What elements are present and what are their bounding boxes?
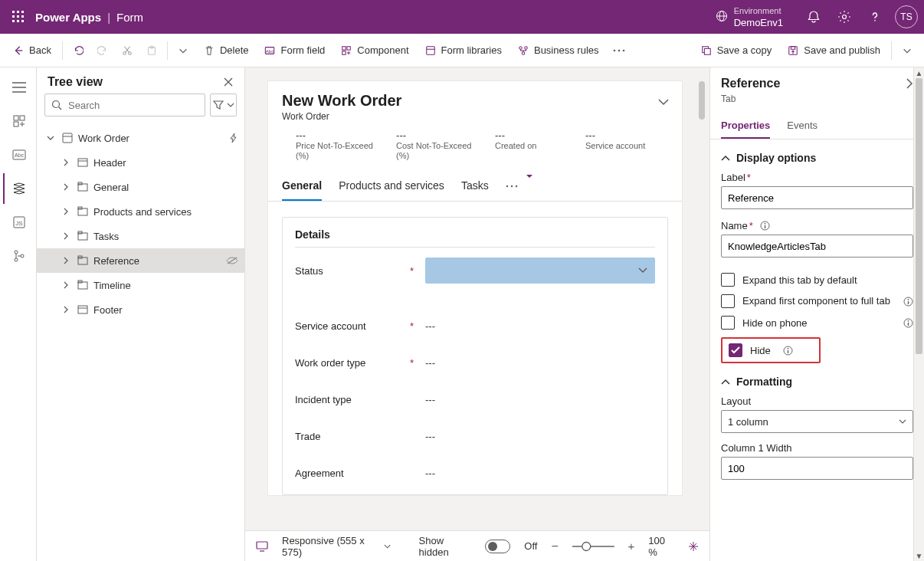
info-icon[interactable] [903,297,913,307]
field-trade[interactable]: Trade--- [295,418,655,454]
delete-button[interactable]: Delete [195,34,257,67]
svg-rect-5 [21,15,24,18]
component-button[interactable]: Component [333,34,416,67]
field-agreement[interactable]: Agreement--- [295,454,655,491]
search-input[interactable] [44,94,205,116]
status-dropdown[interactable] [425,258,655,284]
form-tab-general[interactable]: General [282,172,322,201]
section-details[interactable]: Details Status*Service account*---Work o… [282,217,668,495]
save-publish-chevron[interactable] [895,34,919,67]
layout-select[interactable]: 1 column [721,410,913,433]
rail-js-icon[interactable]: JS [3,207,34,238]
cut-button[interactable] [115,34,139,67]
tree-item-tasks[interactable]: Tasks [37,224,244,248]
info-icon[interactable] [903,318,913,328]
tab-properties[interactable]: Properties [721,113,770,139]
canvas-scrollbar[interactable] [699,81,705,120]
chevron-down-button[interactable] [171,34,195,67]
svg-rect-40 [14,122,18,126]
svg-point-27 [522,51,525,54]
fit-icon[interactable] [688,541,699,552]
overflow-button[interactable] [607,34,631,67]
field-incident-type[interactable]: Incident type--- [295,381,655,418]
tree-item-header[interactable]: Header [37,150,244,175]
chevron-down-icon[interactable] [384,544,391,549]
svg-rect-52 [78,159,87,166]
svg-rect-3 [12,15,15,18]
rail-tree-icon[interactable] [3,173,34,204]
hide-phone-checkbox[interactable]: Hide on phone [721,316,913,330]
environment-picker[interactable]: Environment DemoEnv1 [716,5,783,28]
hide-checkbox[interactable]: Hide [729,343,813,357]
props-type: Tab [721,94,913,104]
form-field-button[interactable]: AbcForm field [256,34,333,67]
zoom-slider[interactable] [572,540,614,553]
expand-default-checkbox[interactable]: Expand this tab by default [721,273,913,287]
svg-point-73 [582,542,591,550]
tree-item-reference[interactable]: Reference [37,248,244,273]
tree-item-footer[interactable]: Footer [37,297,244,322]
header-chevron-icon[interactable] [657,98,670,106]
zoom-value: 100 % [648,535,674,558]
user-avatar[interactable]: TS [895,5,918,28]
paste-button[interactable] [139,34,164,67]
info-icon[interactable] [760,221,770,231]
zoom-out-button[interactable]: − [551,540,558,553]
zoom-in-button[interactable]: + [628,540,635,553]
svg-point-28 [613,49,615,51]
notifications-icon[interactable] [798,2,829,32]
tree-item-general[interactable]: General [37,175,244,199]
form-tabs: GeneralProducts and servicesTasks [268,172,682,202]
svg-point-67 [506,185,507,187]
redo-button[interactable] [90,34,115,67]
form-libraries-button[interactable]: Form libraries [417,34,510,67]
info-icon[interactable] [783,346,793,356]
nav-rail: Abc JS [0,67,37,561]
app-launcher-icon[interactable] [6,5,31,29]
col-width-input[interactable] [721,457,913,480]
back-button[interactable]: Back [5,34,59,67]
tree-list: Work OrderHeaderGeneralProducts and serv… [37,123,244,325]
svg-point-79 [908,298,909,300]
tree-item-timeline[interactable]: Timeline [37,273,244,297]
responsive-label[interactable]: Responsive (555 x 575) [282,535,378,558]
rail-components-icon[interactable] [3,106,34,136]
label-input[interactable] [721,186,913,209]
svg-rect-8 [21,20,24,22]
props-scrollbar[interactable]: ▲▼ [913,67,924,561]
business-rules-button[interactable]: Business rules [510,34,607,67]
device-icon[interactable] [256,541,268,552]
group-display-options[interactable]: Display options [721,152,913,164]
form-subtitle: Work Order [282,111,668,122]
help-icon[interactable] [860,2,890,32]
show-hidden-toggle[interactable] [485,540,510,553]
form-tab-products-and-services[interactable]: Products and services [339,172,444,201]
form-preview: New Work Order Work Order ---Price Not-T… [268,81,682,495]
filter-button[interactable] [210,94,237,116]
tab-events[interactable]: Events [787,113,818,139]
svg-point-25 [519,46,523,49]
expand-full-checkbox[interactable]: Expand first component to full tab [721,294,913,308]
field-service-account[interactable]: Service account*--- [295,307,655,344]
tree-item-products-and-services[interactable]: Products and services [37,199,244,224]
group-formatting[interactable]: Formatting [721,376,913,388]
rail-hamburger[interactable] [3,72,34,103]
settings-icon[interactable] [829,2,860,32]
props-title: Reference [721,77,780,90]
svg-text:Abc: Abc [266,48,274,53]
tab-more-icon[interactable] [506,185,518,188]
undo-button[interactable] [66,34,90,67]
field-work-order-type[interactable]: Work order type*--- [295,344,655,381]
tree-item-work-order[interactable]: Work Order [37,126,244,150]
name-input[interactable] [721,235,913,258]
header-meta: ---Price Not-To-Exceed (%) [296,130,375,161]
props-chevron-icon[interactable] [906,77,913,90]
rail-field-icon[interactable]: Abc [3,139,34,170]
form-tab-tasks[interactable]: Tasks [461,172,489,201]
save-copy-button[interactable]: Save a copy [693,34,780,67]
save-publish-button[interactable]: Save and publish [779,34,888,67]
svg-rect-65 [78,306,87,313]
close-icon[interactable] [223,77,234,87]
field-status[interactable]: Status* [295,252,655,289]
rail-rules-icon[interactable] [3,241,34,271]
